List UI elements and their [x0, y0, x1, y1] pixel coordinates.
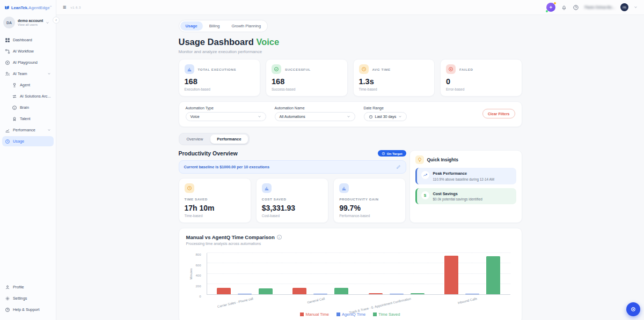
dollar-icon: $: [421, 191, 429, 199]
sidebar-item-performance[interactable]: Performance: [2, 125, 54, 135]
legend-label: Manual Time: [305, 312, 328, 317]
productivity-section: Productivity Overview On Target Current …: [179, 150, 522, 223]
metric-sub: Cost-based: [262, 214, 323, 218]
sidebar-item-label: AI Solutions Arc...: [20, 94, 51, 99]
sidebar-item-help-support[interactable]: Help & Support: [2, 304, 54, 315]
bell-icon[interactable]: [561, 4, 567, 11]
sidebar-item-agent[interactable]: Agent: [9, 80, 54, 90]
chart-yticks: 0200400600800: [186, 253, 204, 295]
sidebar-item-talent[interactable]: Talent: [9, 114, 54, 124]
sidebar-item-label: Usage: [13, 139, 24, 144]
date-range-button[interactable]: Last 30 days: [364, 112, 407, 121]
filter-automation-type: Automation Type Voice: [186, 106, 266, 121]
tab-usage[interactable]: Usage: [180, 21, 203, 31]
sidebar-item-settings[interactable]: Settings: [2, 293, 54, 303]
help-circle-icon[interactable]: [573, 4, 579, 11]
brain-icon: [12, 105, 17, 110]
hamburger-menu-icon[interactable]: ≡: [63, 4, 66, 10]
solutions-icon: [12, 94, 17, 99]
tab-performance[interactable]: Performance: [210, 135, 247, 144]
tab-overview[interactable]: Overview: [180, 135, 210, 144]
edit-pencil-icon[interactable]: [396, 165, 401, 169]
sidebar-collapse-button[interactable]: ‹: [53, 17, 60, 24]
stat-card-total-executions: TOTAL EXECUTIONS 168 Execution-based: [179, 59, 261, 96]
automation-type-select[interactable]: Voice: [186, 112, 266, 121]
target-icon: [382, 152, 385, 155]
bar-time-saved: [411, 293, 425, 294]
trend-up-icon: [421, 171, 429, 179]
metric-value: $3,331.93: [262, 204, 323, 212]
sidebar-item-label: Talent: [20, 116, 30, 121]
y-tick-label: 0: [199, 295, 201, 298]
metric-card-time-saved: TIME SAVED 17h 10m Time-based: [179, 178, 251, 223]
insight-desc: 110.9% above baseline during 12-14 AM: [433, 177, 495, 181]
performance-icon: [5, 128, 10, 133]
app-layout: LeanTek.AgentEdge™ ‹ DA demo account Vie…: [0, 0, 644, 320]
sidebar-item-usage[interactable]: Usage: [2, 136, 54, 146]
user-avatar[interactable]: PB: [620, 3, 628, 11]
legend-label: Time Saved: [378, 312, 400, 317]
metric-card-productivity-gain: PRODUCTIVITY GAIN 99.7% Performance-base…: [333, 178, 406, 223]
stat-card-successful: SUCCESSFUL 168 Success-based: [266, 59, 348, 96]
sidebar-item-brain[interactable]: Brain: [9, 102, 54, 113]
stat-card-failed: FAILED 0 Error-based: [440, 59, 522, 96]
automation-name-select[interactable]: All Automations: [275, 112, 355, 121]
account-switcher[interactable]: DA demo account View all users: [3, 17, 53, 28]
help-icon: [5, 307, 10, 312]
topbar-actions: Paulo Ochoa Bo... PB: [546, 3, 638, 12]
bar-manual-time: [444, 256, 458, 294]
stat-sub: Time-based: [359, 87, 429, 91]
bar-time-saved: [334, 288, 348, 294]
topbar: ≡ v1.6.3 Paulo Ochoa Bo... PB: [56, 0, 644, 15]
sidebar-item-dashboard[interactable]: Dashboard: [2, 35, 54, 45]
secondary-tabs: Overview Performance: [179, 133, 250, 145]
on-target-badge[interactable]: On Target: [378, 150, 406, 157]
stat-sub: Success-based: [272, 87, 342, 91]
metric-value: 99.7%: [339, 204, 400, 212]
sidebar-item-ai-playground[interactable]: AI Playground: [2, 57, 54, 68]
sidebar-item-ai-solutions[interactable]: AI Solutions Arc...: [9, 91, 54, 101]
clear-filters-button[interactable]: Clear Filters: [482, 109, 515, 118]
tab-growth-planning[interactable]: Growth Planning: [226, 21, 266, 31]
chevron-down-icon[interactable]: [634, 5, 638, 9]
bar-time-saved: [259, 288, 273, 294]
content-area: Usage Billing Growth Planning Usage Dash…: [56, 15, 644, 320]
sidebar-item-ai-team[interactable]: AI Team: [2, 69, 54, 79]
selected-value: All Automations: [280, 115, 305, 118]
sidebar-item-label: Brain: [20, 105, 29, 110]
stat-value: 168: [185, 77, 255, 86]
info-icon[interactable]: i: [277, 235, 282, 240]
check-circle-icon: [272, 64, 281, 74]
bar-manual-time: [292, 288, 306, 295]
chart-bars-icon: [339, 183, 349, 193]
sidebar-item-ai-workflow[interactable]: AI Workflow: [2, 46, 54, 56]
legend-swatch: [336, 312, 340, 316]
legend-item[interactable]: Time Saved: [373, 312, 400, 317]
sidebar-item-label: Help & Support: [13, 307, 40, 312]
insight-title: Cost Savings: [433, 191, 482, 196]
primary-tabs: Usage Billing Growth Planning: [179, 20, 268, 32]
insight-title: Peak Performance: [433, 171, 495, 176]
bar-manual-time: [217, 288, 231, 294]
dashboard-icon: [5, 38, 10, 43]
ai-assistant-button[interactable]: [546, 3, 555, 12]
stat-sub: Execution-based: [185, 87, 255, 91]
insight-desc: $0.0k potential savings identified: [433, 197, 482, 201]
stats-row: TOTAL EXECUTIONS 168 Execution-based SUC…: [179, 59, 522, 96]
sidebar-item-profile[interactable]: Profile: [2, 282, 54, 292]
metric-value: 17h 10m: [185, 204, 245, 212]
bar-time-saved: [486, 256, 500, 294]
stat-label: FAILED: [459, 68, 473, 71]
stat-sub: Error-based: [446, 87, 516, 91]
chevron-down-icon: [47, 72, 51, 76]
chart-plot: Carrier Sales - Phone callGeneral CallTr…: [207, 253, 510, 295]
legend-swatch: [300, 312, 304, 316]
chat-widget-button[interactable]: [626, 302, 640, 316]
filters-bar: Automation Type Voice Automation Name Al…: [179, 101, 522, 127]
tab-billing[interactable]: Billing: [204, 21, 225, 31]
sidebar-footer-nav: Profile Settings Help & Support: [0, 281, 56, 320]
quick-insights-heading: Quick Insights: [427, 157, 459, 162]
x-circle-icon: [446, 64, 456, 74]
legend-item[interactable]: Manual Time: [300, 312, 328, 317]
page-title-accent: Voice: [256, 37, 279, 47]
